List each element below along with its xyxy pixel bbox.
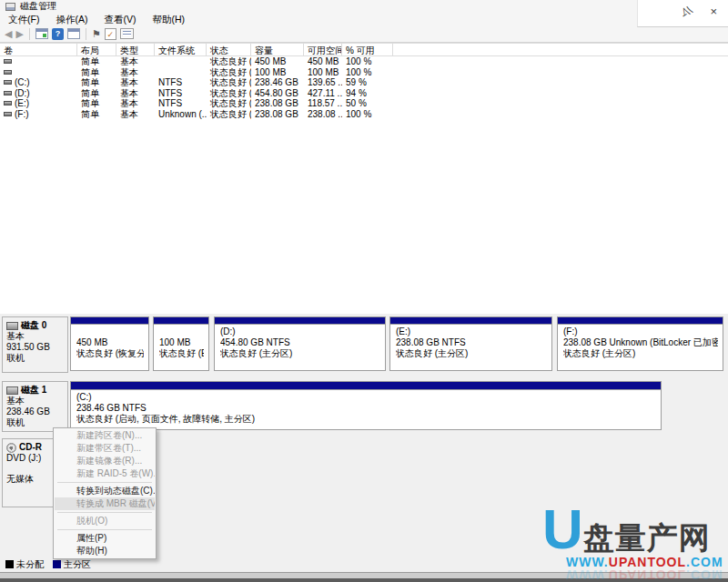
volume-table-header: 卷 布局 类型 文件系统 状态 容量 可用空间 % 可用 bbox=[0, 44, 728, 56]
unallocated-swatch bbox=[5, 560, 14, 568]
help-icon[interactable]: ? bbox=[52, 28, 64, 40]
window-controls: 么 × bbox=[637, 0, 728, 27]
volume-icon bbox=[4, 59, 12, 64]
legend-primary-partition: 主分区 bbox=[53, 558, 91, 571]
back-icon[interactable]: ◀ bbox=[5, 28, 12, 40]
volume-list-pane: 卷 布局 类型 文件系统 状态 容量 可用空间 % 可用 简单 基本 状态良好 … bbox=[0, 43, 728, 314]
disk1-row: 磁盘 1 基本 238.46 GB 联机 (C:) 238.46 GB NTFS… bbox=[0, 381, 728, 432]
disk-icon bbox=[6, 322, 18, 330]
menu-item-offline: 脱机(O) bbox=[55, 515, 155, 527]
disk1-size: 238.46 GB bbox=[6, 406, 67, 417]
title-bar: 磁盘管理 bbox=[0, 0, 728, 13]
menu-item-convert-mbr-disk: 转换成 MBR 磁盘(V) bbox=[55, 497, 155, 510]
toolbar-separator bbox=[29, 28, 30, 40]
console-window-icon[interactable] bbox=[35, 28, 48, 39]
disk0-row: 磁盘 0 基本 931.50 GB 联机 450 MB 状态良好 (恢复分区) … bbox=[0, 316, 728, 373]
volume-icon bbox=[4, 80, 12, 85]
toolbar-separator bbox=[86, 28, 86, 40]
volume-icon bbox=[4, 70, 12, 75]
app-icon bbox=[5, 3, 15, 11]
col-type[interactable]: 类型 bbox=[116, 44, 155, 56]
menu-bar: 文件(F) 操作(A) 查看(V) 帮助(H) bbox=[0, 13, 728, 25]
menu-item-convert-dynamic-disk[interactable]: 转换到动态磁盘(C)... bbox=[55, 485, 155, 497]
cdrom-icon bbox=[6, 443, 16, 453]
table-row[interactable]: 简单 基本 状态良好 (... 100 MB 100 MB 100 % bbox=[0, 67, 728, 78]
properties-window-icon[interactable] bbox=[67, 28, 80, 39]
watermark-logo-text: 盘量产网 bbox=[583, 520, 711, 555]
disk1-header-panel[interactable]: 磁盘 1 基本 238.46 GB 联机 bbox=[2, 381, 68, 432]
partition-strip bbox=[154, 317, 208, 325]
partition-strip bbox=[71, 317, 148, 325]
menu-item-new-mirrored-volume: 新建镜像卷(R)... bbox=[55, 455, 155, 467]
menu-separator bbox=[57, 482, 152, 483]
col-free-pct[interactable]: % 可用 bbox=[342, 44, 393, 56]
partition-recovery[interactable]: 450 MB 状态良好 (恢复分区) bbox=[70, 316, 149, 371]
partition-d[interactable]: (D:) 454.80 GB NTFS 状态良好 (主分区) bbox=[214, 316, 386, 371]
menu-item-new-raid5-volume: 新建 RAID-5 卷(W)... bbox=[55, 467, 155, 480]
partition-strip bbox=[390, 317, 551, 325]
legend-unallocated: 未分配 bbox=[5, 558, 44, 571]
table-row[interactable]: (F:) 简单 基本 Unknown (... 状态良好 (... 238.08… bbox=[0, 109, 728, 120]
table-row[interactable]: 简单 基本 状态良好 (... 450 MB 450 MB 100 % bbox=[0, 56, 728, 67]
volume-icon bbox=[4, 101, 12, 105]
col-filler bbox=[393, 44, 728, 56]
partition-strip bbox=[558, 317, 723, 325]
col-volume[interactable]: 卷 bbox=[0, 44, 77, 56]
primary-partition-swatch bbox=[53, 560, 61, 568]
action-flag-icon[interactable]: ⚑ bbox=[92, 28, 101, 40]
disk0-status: 联机 bbox=[6, 353, 67, 364]
disk1-type: 基本 bbox=[6, 396, 67, 406]
upantool-watermark: U 盘量产网 WWW.UPANTOOL.COM WWW.UPANTOOL.COM bbox=[542, 504, 728, 582]
list-view-icon[interactable] bbox=[120, 28, 134, 39]
context-menu: 新建跨区卷(N)... 新建带区卷(T)... 新建镜像卷(R)... 新建 R… bbox=[53, 427, 157, 559]
menu-help[interactable]: 帮助(H) bbox=[144, 13, 193, 25]
col-layout[interactable]: 布局 bbox=[77, 44, 116, 56]
volume-icon bbox=[4, 91, 12, 95]
col-free[interactable]: 可用空间 bbox=[304, 44, 342, 56]
disk-icon bbox=[6, 386, 18, 395]
col-status[interactable]: 状态 bbox=[207, 44, 251, 56]
col-filesystem[interactable]: 文件系统 bbox=[155, 44, 207, 56]
disk0-type: 基本 bbox=[6, 331, 67, 342]
menu-item-properties[interactable]: 属性(P) bbox=[55, 532, 155, 545]
minimize-restore-glyph: 么 bbox=[680, 6, 695, 17]
menu-separator bbox=[57, 512, 152, 513]
table-row[interactable]: (C:) 简单 基本 NTFS 状态良好 (... 238.46 GB 139.… bbox=[0, 77, 728, 88]
menu-item-new-spanned-volume: 新建跨区卷(N)... bbox=[55, 429, 155, 442]
partition-strip bbox=[71, 382, 661, 390]
volume-icon bbox=[4, 112, 12, 116]
partition-c[interactable]: (C:) 238.46 GB NTFS 状态良好 (启动, 页面文件, 故障转储… bbox=[70, 381, 662, 430]
menu-item-help[interactable]: 帮助(H) bbox=[55, 545, 155, 557]
watermark-reflection: WWW.UPANTOOL.COM bbox=[542, 567, 728, 582]
partition-f[interactable]: (F:) 238.08 GB Unknown (BitLocker 已加密) 状… bbox=[557, 316, 723, 371]
forward-icon[interactable]: ▶ bbox=[15, 28, 23, 40]
menu-separator bbox=[57, 529, 152, 530]
watermark-logo-u: U bbox=[542, 504, 583, 555]
menu-item-new-striped-volume: 新建带区卷(T)... bbox=[55, 442, 155, 455]
menu-file[interactable]: 文件(F) bbox=[0, 13, 47, 25]
table-row[interactable]: (E:) 简单 基本 NTFS 状态良好 (... 238.08 GB 118.… bbox=[0, 98, 728, 109]
partition-strip bbox=[215, 317, 385, 325]
menu-action[interactable]: 操作(A) bbox=[47, 13, 96, 25]
disk0-header-panel[interactable]: 磁盘 0 基本 931.50 GB 联机 bbox=[2, 316, 68, 373]
menu-view[interactable]: 查看(V) bbox=[96, 13, 144, 25]
toolbar: ◀ ▶ ? ⚑ ✓ bbox=[0, 25, 728, 43]
disk0-size: 931.50 GB bbox=[6, 342, 67, 353]
window-title: 磁盘管理 bbox=[20, 0, 56, 13]
check-doc-icon[interactable]: ✓ bbox=[105, 28, 116, 40]
col-capacity[interactable]: 容量 bbox=[251, 44, 304, 56]
partition-efi[interactable]: 100 MB 状态良好 (EFI 系统分区) bbox=[153, 316, 209, 371]
table-row[interactable]: (D:) 简单 基本 NTFS 状态良好 (... 454.80 GB 427.… bbox=[0, 88, 728, 99]
close-icon[interactable]: × bbox=[710, 5, 717, 17]
partition-e[interactable]: (E:) 238.08 GB NTFS 状态良好 (主分区) bbox=[389, 316, 552, 371]
